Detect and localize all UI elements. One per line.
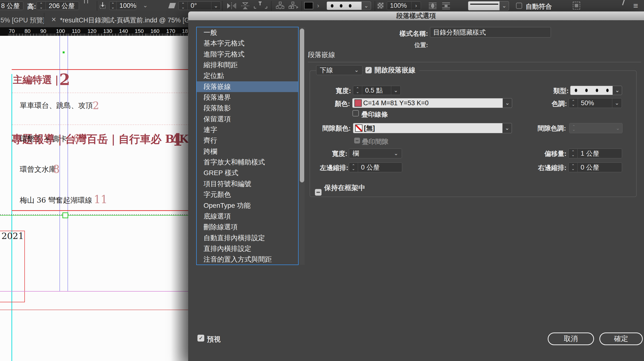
shear-icon[interactable]	[168, 3, 176, 8]
anchor-point[interactable]	[63, 51, 64, 53]
style-category-item[interactable]: 自動直排內橫排設定	[197, 233, 298, 243]
scale-dropdown-icon[interactable]: ⌄	[143, 2, 148, 9]
style-category-item[interactable]: 基本字元格式	[197, 38, 298, 49]
rule-width-select[interactable]: 欄 ⌄	[349, 149, 402, 158]
cyan-guide[interactable]	[12, 74, 12, 361]
overprint-stroke-checkbox[interactable]	[352, 110, 359, 116]
gap-color-select[interactable]: [無] ⌄	[353, 123, 512, 133]
horizontal-ruler[interactable]: 70809010011012013014015016017018	[0, 27, 188, 36]
left-indent-stepper[interactable]: ⌃⌄	[349, 163, 358, 172]
style-category-item[interactable]: 段落邊界	[197, 92, 298, 103]
style-category-item[interactable]: 字元顏色	[197, 189, 298, 200]
panel-menu-icon[interactable]: ≡	[633, 1, 638, 10]
weight-field[interactable]: ⌃⌄ 0.5 點 ⌄	[353, 86, 401, 95]
pink-guide[interactable]	[0, 291, 188, 292]
right-indent-field[interactable]: ⌃⌄ 0 公釐	[568, 162, 622, 172]
opacity-expand-icon[interactable]: ›	[411, 2, 421, 10]
enable-rule-checkbox[interactable]: ✓	[366, 67, 372, 73]
tab-active[interactable]: ✕ *resultCH目錄測試-頁碼置前.indd @ 75% [GPU 預覽]	[44, 11, 188, 27]
style-category-item[interactable]: 一般	[197, 27, 298, 38]
tab-close-icon[interactable]: ✕	[51, 16, 56, 23]
style-category-item[interactable]: OpenType 功能	[197, 200, 298, 211]
style-category-item[interactable]: 保留選項	[197, 114, 298, 124]
color-select[interactable]: C=14 M=81 Y=53 K=0 ⌄	[352, 98, 512, 108]
dialog-title-bar[interactable]: 段落樣式選項	[188, 11, 644, 20]
style-category-item[interactable]: 首字放大和輔助樣式	[197, 157, 298, 168]
tab-inactive[interactable]: 5% [GPU 預覽]	[0, 11, 44, 27]
cancel-button[interactable]: 取消	[548, 333, 594, 345]
rule-width-dropdown-icon: ⌄	[394, 150, 398, 157]
flip-horizontal-icon[interactable]	[226, 2, 237, 9]
color-dropdown-icon[interactable]: ⌄	[502, 98, 512, 108]
rotation-stepper[interactable]: ⌃⌄	[179, 2, 188, 10]
style-category-item[interactable]: 齊行	[197, 135, 298, 146]
weight-stepper[interactable]: ⌃⌄	[353, 86, 362, 95]
scale-x-field[interactable]: ⌃⌄ 100%	[109, 1, 136, 10]
rotation-field[interactable]: ⌃⌄ 0° ⌄	[178, 1, 221, 10]
wrap-topbottom-icon[interactable]	[442, 2, 450, 10]
dialog-title: 段落樣式選項	[396, 11, 436, 20]
style-category-item[interactable]: GREP 樣式	[197, 168, 298, 178]
right-indent-stepper[interactable]: ⌃⌄	[569, 163, 578, 172]
rule-position-select[interactable]: 下線 ⌄	[316, 65, 362, 75]
flip-vertical-icon[interactable]	[241, 2, 250, 10]
preview-checkbox[interactable]: ✓	[198, 335, 204, 342]
offset-field[interactable]: ⌃⌄ 1 公釐	[568, 149, 622, 158]
offset-stepper[interactable]: ⌃⌄	[569, 149, 578, 158]
rule-position-dropdown-icon: ⌄	[354, 67, 359, 73]
style-category-item[interactable]: 直排內橫排設定	[197, 243, 298, 254]
wrap-around-icon[interactable]	[428, 2, 437, 10]
style-category-item[interactable]: 定位點	[197, 70, 298, 81]
autofit-checkbox[interactable]	[516, 3, 522, 9]
rotation-dropdown-icon[interactable]: ⌄	[211, 2, 220, 10]
ok-button[interactable]: 確定	[600, 333, 643, 345]
style-category-item[interactable]: 跨欄	[197, 146, 298, 157]
select-content-icon[interactable]	[288, 1, 299, 10]
swatch-expand-icon[interactable]: ›	[317, 2, 319, 9]
height-field[interactable]: ⌃⌄ 206 公釐	[36, 1, 79, 10]
tint-dropdown-icon[interactable]: ⌄	[612, 98, 622, 108]
style-name-input[interactable]	[430, 27, 551, 37]
width-field[interactable]: 8 公釐	[0, 1, 24, 10]
style-category-item[interactable]: 段落陰影	[197, 103, 298, 113]
green-guide[interactable]	[0, 215, 188, 216]
list-scrollbar-thumb[interactable]	[300, 28, 304, 182]
gap-color-dropdown-icon[interactable]: ⌄	[502, 123, 512, 133]
opacity-field[interactable]: 100% ›	[387, 1, 421, 10]
stroke-type-dropdown-icon[interactable]: ⌄	[362, 2, 371, 10]
document-tab-bar: 5% [GPU 預覽] ✕ *resultCH目錄測試-頁碼置前.indd @ …	[0, 11, 188, 27]
scale-icon[interactable]	[99, 2, 106, 9]
style-category-item[interactable]: 刪除線選項	[197, 222, 298, 232]
style-category-list[interactable]: 一般基本字元格式進階字元格式縮排和間距定位點段落嵌線段落邊界段落陰影保留選項連字…	[196, 27, 298, 265]
stroke-style-preview-select[interactable]: ⌄	[468, 1, 509, 10]
style-category-item[interactable]: 連字	[197, 124, 298, 135]
style-category-item[interactable]: 段落嵌線	[197, 81, 298, 92]
style-category-item[interactable]: 進階字元格式	[197, 49, 298, 60]
constrain-link-icon[interactable]	[84, 0, 88, 3]
type-dropdown-icon[interactable]: ⌄	[612, 86, 622, 95]
style-category-item[interactable]: 注音的置入方式與間距	[197, 254, 298, 265]
reference-point-icon[interactable]	[253, 1, 268, 10]
green-anchor-handle[interactable]	[62, 212, 68, 218]
stroke-style-dropdown-icon[interactable]: ⌄	[500, 1, 509, 10]
select-container-icon[interactable]	[276, 1, 284, 10]
height-stepper[interactable]: ⌃⌄	[37, 2, 46, 10]
scale-x-stepper[interactable]: ⌃⌄	[110, 2, 116, 10]
weight-dropdown-icon[interactable]: ⌄	[391, 86, 400, 95]
stroke-type-select[interactable]: ⌄	[327, 1, 371, 10]
tint-stepper[interactable]: ⌃⌄	[569, 98, 578, 108]
document-canvas[interactable]: 主編特選｜ 2 單車環台、跳島、攻頂 2 專題報導｜台灣百岳｜自行車必 BIKE…	[0, 36, 188, 361]
type-select[interactable]: ⌄	[570, 86, 622, 95]
preview-label: 預視	[207, 335, 220, 344]
style-category-item[interactable]: 項目符號和編號	[197, 179, 298, 189]
style-category-item[interactable]: 底線選項	[197, 211, 298, 222]
dotted-stroke-preview	[327, 4, 352, 7]
keep-in-frame-checkbox[interactable]	[315, 189, 322, 196]
toc-item-2: 環墾丁 + 壽卡	[20, 134, 67, 144]
dotted-type-preview	[570, 89, 609, 92]
frame-fitting-icon[interactable]	[573, 2, 580, 9]
tint-field[interactable]: ⌃⌄ 50% ⌄	[569, 98, 622, 108]
style-category-item[interactable]: 縮排和間距	[197, 60, 298, 70]
stroke-swatch[interactable]	[304, 2, 313, 9]
left-indent-field[interactable]: ⌃⌄ 0 公釐	[349, 162, 402, 172]
